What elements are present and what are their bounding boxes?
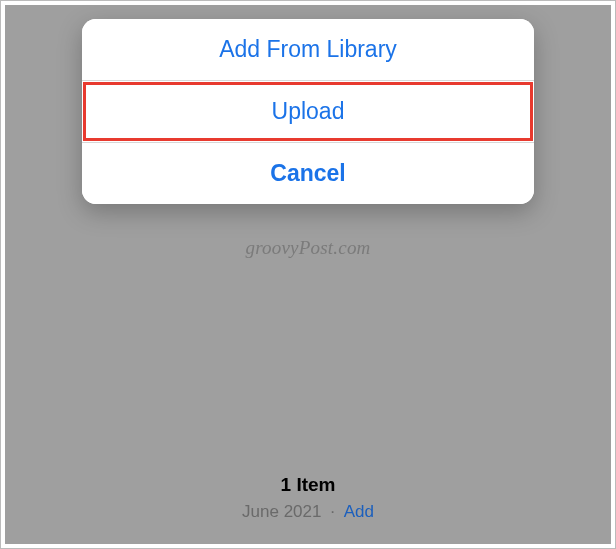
cancel-label: Cancel — [270, 160, 345, 187]
screen-background: Add From Library Upload Cancel groovyPos… — [5, 5, 611, 544]
add-link[interactable]: Add — [344, 502, 374, 521]
add-from-library-label: Add From Library — [219, 36, 397, 63]
upload-label: Upload — [272, 98, 345, 125]
date-label: June 2021 — [242, 502, 321, 521]
upload-option[interactable]: Upload — [82, 81, 534, 142]
separator-dot: · — [330, 502, 335, 521]
watermark-text: groovyPost.com — [5, 237, 611, 259]
add-from-library-option[interactable]: Add From Library — [82, 19, 534, 80]
footer-meta: June 2021 · Add — [5, 502, 611, 522]
action-sheet: Add From Library Upload Cancel — [82, 19, 534, 204]
item-count: 1 Item — [5, 474, 611, 496]
footer: 1 Item June 2021 · Add — [5, 474, 611, 522]
cancel-option[interactable]: Cancel — [82, 143, 534, 204]
